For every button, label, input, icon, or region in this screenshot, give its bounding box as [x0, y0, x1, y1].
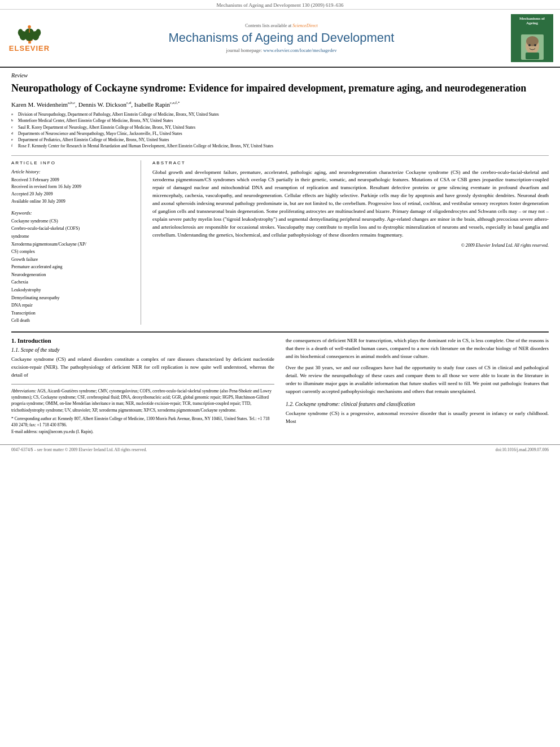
- page-wrapper: Mechanisms of Ageing and Development 130…: [0, 0, 560, 455]
- journal-homepage-url[interactable]: www.elsevier.com/locate/mechagedev: [263, 47, 336, 53]
- body-text-1: Cockayne syndrome (CS) and related disor…: [11, 356, 274, 379]
- svg-point-12: [534, 44, 536, 46]
- keyword-4: Growth failure: [11, 256, 134, 264]
- content-area: Review Neuropathology of Cockayne syndro…: [0, 68, 560, 440]
- keyword-3b: CS) complex: [11, 248, 134, 256]
- keyword-12: Cell death: [11, 317, 134, 325]
- keyword-1: Cockayne syndrome (CS): [11, 217, 134, 225]
- journal-cover-face: [521, 34, 544, 60]
- doi-text: doi:10.1016/j.mad.2009.07.006: [496, 447, 549, 452]
- keyword-11: Transcription: [11, 309, 134, 317]
- subsection-1-1-title: 1.1. Scope of the study: [11, 347, 274, 353]
- article-divider: [11, 155, 549, 156]
- article-history-label: Article history:: [11, 169, 134, 174]
- svg-rect-13: [526, 53, 539, 59]
- abstract-column: ABSTRACT Global growth and development f…: [152, 160, 549, 325]
- affiliations-block: a Division of Neuropathology, Department…: [11, 111, 549, 150]
- affiliation-d: d Departments of Neuroscience and Neurop…: [11, 130, 549, 137]
- subsection-1-2-title: 1.2. Cockayne syndrome: clinical feature…: [286, 401, 549, 407]
- svg-point-6: [36, 29, 41, 36]
- article-info-column: ARTICLE INFO Article history: Received 3…: [11, 160, 141, 325]
- elsevier-logo: ELSEVIER: [7, 24, 52, 53]
- author-3-name: Isabelle Rapin: [134, 101, 170, 108]
- journal-homepage: journal homepage: www.elsevier.com/locat…: [58, 47, 505, 53]
- history-accepted: Accepted 20 July 2009: [11, 191, 134, 198]
- article-info-heading: ARTICLE INFO: [11, 160, 134, 165]
- abstract-heading: ABSTRACT: [152, 160, 549, 165]
- affiliation-c: c Saul R. Korey Department of Neurology,…: [11, 124, 549, 130]
- journal-citation-text: Mechanisms of Ageing and Development 130…: [216, 2, 343, 8]
- keywords-section: Keywords: Cockayne syndrome (CS) Cerebro…: [11, 210, 134, 325]
- body-paragraph-right-1: the consequences of deficient NER for tr…: [286, 337, 549, 361]
- sciencedirect-link: Contents lists available at ScienceDirec…: [58, 23, 505, 28]
- affiliation-f: f Rose F. Kennedy Center for Research in…: [11, 143, 549, 149]
- keyword-3: Xeroderma pigmentosum/Cockayne (XP/: [11, 241, 134, 248]
- keywords-label: Keywords:: [11, 210, 134, 216]
- keyword-10: DNA repair: [11, 302, 134, 309]
- svg-point-7: [28, 25, 31, 28]
- article-title: Neuropathology of Cockayne syndrome: Evi…: [11, 82, 549, 95]
- elsevier-tree-icon: [14, 24, 45, 44]
- body-paragraph-right-3: Cockayne syndrome (CS) is a progressive,…: [286, 410, 549, 426]
- body-right-column: the consequences of deficient NER for tr…: [286, 337, 549, 434]
- keyword-7: Cachexia: [11, 278, 134, 286]
- svg-point-10: [526, 36, 539, 46]
- elsevier-brand-text: ELSEVIER: [9, 44, 50, 53]
- body-left-column: 1. Introduction 1.1. Scope of the study …: [11, 337, 274, 434]
- author-2-sup: c,d: [126, 101, 131, 105]
- svg-point-5: [18, 29, 23, 36]
- journal-header: ELSEVIER Contents lists available at Sci…: [0, 10, 560, 68]
- copyright-line: © 2009 Elsevier Ireland Ltd. All rights …: [152, 243, 549, 248]
- keyword-8: Leukodystrophy: [11, 286, 134, 294]
- author-3-sup: c,e,f,*: [170, 101, 180, 105]
- keyword-5: Premature accelerated aging: [11, 263, 134, 271]
- footnote-email: E-mail address: rapin@aecom.yu.edu (I. R…: [11, 429, 274, 434]
- footnotes-area: Abbreviations: AGS, Aicardi-Goutières sy…: [11, 384, 274, 435]
- article-info-abstract-section: ARTICLE INFO Article history: Received 3…: [11, 160, 549, 325]
- journal-cover-title: Mechanisms of Ageing: [513, 16, 551, 26]
- abstract-text: Global growth and development failure, p…: [152, 169, 549, 239]
- history-received: Received 3 February 2009: [11, 177, 134, 184]
- cover-illustration-icon: [522, 36, 543, 59]
- author-1-name: Karen M. Weidenheim: [11, 101, 68, 108]
- history-available: Available online 30 July 2009: [11, 198, 134, 206]
- keyword-2: Cerebro-oculo-facial-skeletal (COFS): [11, 225, 134, 233]
- journal-citation-bar: Mechanisms of Ageing and Development 130…: [0, 0, 560, 10]
- review-label: Review: [11, 72, 549, 78]
- history-revised: Received in revised form 16 July 2009: [11, 184, 134, 191]
- authors-line: Karen M. Weidenheima,b,c, Dennis W. Dick…: [11, 101, 549, 108]
- body-paragraph-right-2: Over the past 30 years, we and our colle…: [286, 364, 549, 396]
- footnote-corresponding: * Corresponding author at: Kennedy 807, …: [11, 416, 274, 429]
- keyword-9: Demyelinating neuropathy: [11, 294, 134, 302]
- body-paragraph-1: Cockayne syndrome (CS) and related disor…: [11, 356, 274, 379]
- issn-text: 0047-6374/$ – see front matter © 2009 El…: [11, 447, 147, 452]
- journal-title: Mechanisms of Ageing and Development: [58, 30, 505, 45]
- bottom-bar: 0047-6374/$ – see front matter © 2009 El…: [0, 444, 560, 455]
- section-1-title: 1. Introduction: [11, 337, 274, 344]
- body-content: 1. Introduction 1.1. Scope of the study …: [11, 331, 549, 434]
- body-text-right-1: the consequences of deficient NER for tr…: [286, 337, 549, 396]
- affiliation-e: e Department of Pediatrics, Albert Einst…: [11, 137, 549, 143]
- author-2-name: Dennis W. Dickson: [78, 101, 126, 108]
- body-text-right-2: Cockayne syndrome (CS) is a progressive,…: [286, 410, 549, 426]
- journal-header-center: Contents lists available at ScienceDirec…: [58, 23, 505, 53]
- affiliation-b: b Montefiore Medical Center, Albert Eins…: [11, 117, 549, 124]
- sciencedirect-brand[interactable]: ScienceDirect: [292, 23, 318, 28]
- keyword-6: Neurodegeneration: [11, 271, 134, 279]
- keyword-2b: syndrome: [11, 233, 134, 241]
- footnote-abbreviations: Abbreviations: AGS, Aicardi-Goutières sy…: [11, 388, 274, 413]
- author-1-sup: a,b,c: [68, 101, 75, 105]
- journal-cover-image: Mechanisms of Ageing: [511, 14, 553, 62]
- affiliation-a: a Division of Neuropathology, Department…: [11, 111, 549, 117]
- svg-point-11: [528, 44, 531, 46]
